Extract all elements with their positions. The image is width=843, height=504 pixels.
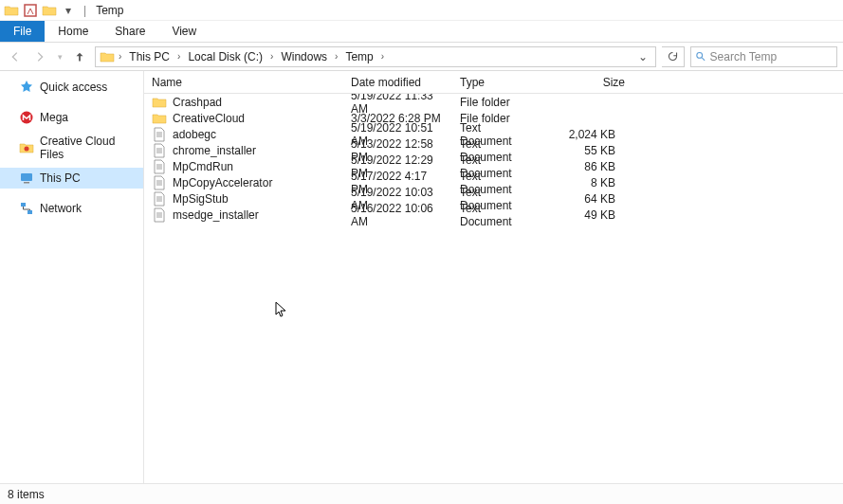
- nav-up-button[interactable]: [70, 47, 89, 66]
- search-box[interactable]: [690, 46, 837, 67]
- chevron-right-icon[interactable]: ›: [268, 51, 275, 62]
- column-headers: Name Date modified Type Size: [144, 71, 843, 94]
- file-name: CreativeCloud: [173, 112, 245, 125]
- breadcrumb-folder-icon: [100, 49, 115, 64]
- chevron-right-icon[interactable]: ›: [175, 51, 182, 62]
- column-header-date[interactable]: Date modified: [343, 76, 452, 89]
- qat-folder-icon[interactable]: [4, 3, 19, 18]
- nav-item-creative-cloud[interactable]: Creative Cloud Files: [0, 137, 143, 158]
- breadcrumb-item-localdisk[interactable]: Local Disk (C:): [184, 50, 266, 63]
- nav-item-network[interactable]: Network: [0, 198, 143, 219]
- text-file-icon: [152, 127, 167, 142]
- nav-item-quick-access[interactable]: Quick access: [0, 77, 143, 98]
- ribbon-tabs: File Home Share View: [0, 21, 843, 43]
- text-file-icon: [152, 143, 167, 158]
- file-name: msedge_installer: [173, 208, 259, 222]
- window-title: Temp: [94, 4, 123, 17]
- breadcrumb-item-windows[interactable]: Windows: [277, 50, 331, 63]
- nav-label: This PC: [40, 171, 81, 185]
- qat-properties-icon[interactable]: [23, 3, 38, 18]
- svg-rect-5: [24, 182, 29, 184]
- status-item-count: 8 items: [8, 488, 45, 501]
- nav-back-button[interactable]: [6, 47, 25, 66]
- refresh-button[interactable]: [662, 46, 685, 67]
- search-input[interactable]: [710, 50, 833, 63]
- breadcrumb-bar[interactable]: › This PC › Local Disk (C:) › Windows › …: [95, 46, 656, 67]
- svg-rect-6: [21, 203, 26, 207]
- file-name: MpCmdRun: [173, 160, 233, 173]
- file-row[interactable]: Crashpad5/19/2022 11:33 AMFile folder: [144, 94, 843, 110]
- text-file-icon: [152, 191, 167, 207]
- qat-newfolder-icon[interactable]: [42, 3, 57, 18]
- nav-recent-dropdown[interactable]: ▾: [55, 47, 64, 66]
- breadcrumb-item-temp[interactable]: Temp: [341, 50, 376, 63]
- file-row[interactable]: msedge_installer5/16/2022 10:06 AMText D…: [144, 207, 843, 223]
- column-header-type[interactable]: Type: [452, 76, 542, 89]
- file-date: 5/16/2022 10:06 AM: [343, 202, 452, 228]
- file-name: adobegc: [173, 128, 216, 141]
- svg-rect-4: [21, 173, 32, 181]
- svg-point-1: [697, 53, 703, 59]
- chevron-right-icon[interactable]: ›: [333, 51, 339, 62]
- nav-label: Creative Cloud Files: [40, 135, 136, 161]
- nav-label: Mega: [40, 111, 68, 124]
- file-size: 86 KB: [542, 160, 632, 173]
- file-name: chrome_installer: [173, 144, 256, 157]
- status-bar: 8 items: [0, 483, 843, 504]
- folder-icon: [152, 95, 167, 110]
- text-file-icon: [152, 159, 167, 174]
- creative-cloud-icon: [19, 140, 34, 155]
- file-type: Text Document: [452, 202, 542, 228]
- star-icon: [19, 80, 34, 95]
- breadcrumb-dropdown[interactable]: ⌄: [638, 50, 651, 63]
- folder-icon: [152, 111, 167, 126]
- nav-label: Quick access: [40, 81, 107, 94]
- search-icon: [695, 50, 706, 63]
- nav-item-this-pc[interactable]: This PC: [0, 168, 143, 189]
- nav-item-mega[interactable]: Mega: [0, 107, 143, 128]
- ribbon-tab-view[interactable]: View: [158, 21, 210, 42]
- file-size: 55 KB: [542, 144, 632, 157]
- nav-label: Network: [40, 202, 82, 215]
- nav-forward-button[interactable]: [30, 47, 49, 66]
- title-bar: ▾ | Temp: [0, 0, 843, 21]
- svg-rect-0: [25, 5, 36, 16]
- ribbon-tab-file[interactable]: File: [0, 21, 45, 42]
- file-size: 2,024 KB: [542, 128, 632, 141]
- address-bar-row: ▾ › This PC › Local Disk (C:) › Windows …: [0, 43, 843, 71]
- file-name: Crashpad: [173, 96, 222, 109]
- chevron-right-icon[interactable]: ›: [379, 51, 386, 62]
- this-pc-icon: [19, 171, 34, 186]
- file-size: 64 KB: [542, 192, 632, 206]
- column-header-size[interactable]: Size: [542, 76, 632, 89]
- svg-point-2: [21, 112, 33, 124]
- text-file-icon: [152, 207, 167, 223]
- network-icon: [19, 201, 34, 216]
- ribbon-tab-share[interactable]: Share: [101, 21, 158, 42]
- file-list-pane: Name Date modified Type Size Crashpad5/1…: [144, 71, 843, 483]
- file-name: MpCopyAccelerator: [173, 176, 272, 189]
- file-type: File folder: [452, 96, 542, 109]
- file-rows: Crashpad5/19/2022 11:33 AMFile folderCre…: [144, 94, 843, 483]
- chevron-right-icon[interactable]: ›: [117, 51, 123, 62]
- mega-icon: [19, 110, 34, 125]
- column-header-name[interactable]: Name: [144, 76, 343, 89]
- title-separator: |: [80, 4, 90, 17]
- svg-point-3: [25, 147, 29, 152]
- file-size: 49 KB: [542, 208, 632, 222]
- breadcrumb-item-thispc[interactable]: This PC: [125, 50, 174, 63]
- qat-customize-icon[interactable]: ▾: [61, 3, 76, 18]
- ribbon-tab-home[interactable]: Home: [45, 21, 101, 42]
- svg-rect-7: [27, 210, 32, 214]
- file-size: 8 KB: [542, 176, 632, 189]
- file-name: MpSigStub: [173, 192, 229, 206]
- text-file-icon: [152, 175, 167, 190]
- main-area: Quick access Mega Creative Cloud Files T…: [0, 71, 843, 483]
- navigation-pane: Quick access Mega Creative Cloud Files T…: [0, 71, 144, 483]
